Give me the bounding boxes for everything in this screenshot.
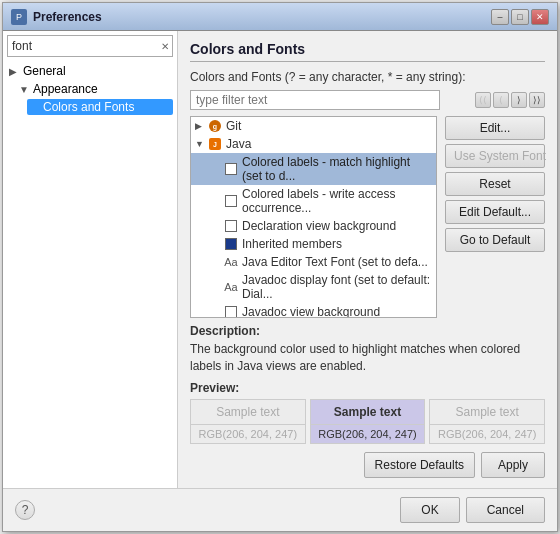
cancel-button[interactable]: Cancel	[466, 497, 545, 523]
search-box[interactable]: ✕	[7, 35, 173, 57]
edit-default-button[interactable]: Edit Default...	[445, 200, 545, 224]
restore-defaults-button[interactable]: Restore Defaults	[364, 452, 475, 478]
checkbox-colored-match	[223, 162, 239, 176]
dialog-body: ✕ ▶ General ▼ Appearance Colors and Font…	[3, 31, 557, 488]
tree-label-java-font: Java Editor Text Font (set to defa...	[242, 255, 428, 269]
search-input[interactable]	[8, 36, 157, 56]
tree-item-declaration-view[interactable]: Declaration view background	[191, 217, 436, 235]
java-icon: J	[207, 137, 223, 151]
tree-label-declaration: Declaration view background	[242, 219, 396, 233]
nav-last-button[interactable]: ⟩⟩	[529, 92, 545, 108]
tree-item-java[interactable]: ▼ J Java	[191, 135, 436, 153]
main-content: Colors and Fonts Colors and Fonts (? = a…	[178, 31, 557, 488]
filter-input[interactable]	[190, 90, 440, 110]
checkbox-inherited-filled	[223, 237, 239, 251]
items-tree[interactable]: ▶ g Git ▼ J Java	[190, 116, 437, 318]
tree-item-java-editor-font[interactable]: Aa Java Editor Text Font (set to defa...	[191, 253, 436, 271]
nav-arrows: ⟨⟨ ⟨ ⟩ ⟩⟩	[475, 92, 545, 108]
tree-label-git: Git	[226, 119, 241, 133]
aa-icon-java-font: Aa	[223, 255, 239, 269]
section-bottom-buttons: Restore Defaults Apply	[190, 452, 545, 478]
tree-item-javadoc-view[interactable]: Javadoc view background	[191, 303, 436, 318]
dialog-title: Preferences	[33, 10, 102, 24]
preview-cell-3: Sample text	[429, 399, 545, 425]
footer-right: OK Cancel	[400, 497, 545, 523]
tree-arrow-appearance: ▼	[19, 84, 33, 95]
help-button[interactable]: ?	[15, 500, 35, 520]
minimize-button[interactable]: –	[491, 9, 509, 25]
rgb-cell-3: RGB(206, 204, 247)	[429, 425, 545, 444]
sidebar-item-appearance[interactable]: ▼ Appearance	[17, 81, 173, 97]
title-bar-left: P Preferences	[11, 9, 102, 25]
sidebar-label-general: General	[23, 64, 171, 78]
tree-item-javadoc-display[interactable]: Aa Javadoc display font (set to default:…	[191, 271, 436, 303]
app-icon: P	[11, 9, 27, 25]
sidebar-label-appearance: Appearance	[33, 82, 171, 96]
preview-section: Preview: Sample text Sample text Sample …	[190, 381, 545, 444]
footer-bar: ? OK Cancel	[3, 488, 557, 531]
sidebar-item-general[interactable]: ▶ General	[7, 63, 173, 79]
close-button[interactable]: ✕	[531, 9, 549, 25]
sidebar: ✕ ▶ General ▼ Appearance Colors and Font…	[3, 31, 178, 488]
tree-item-colored-match[interactable]: Colored labels - match highlight (set to…	[191, 153, 436, 185]
edit-button[interactable]: Edit...	[445, 116, 545, 140]
title-bar: P Preferences – □ ✕	[3, 3, 557, 31]
arrow-java: ▼	[195, 139, 207, 149]
checkbox-declaration	[223, 219, 239, 233]
checkbox-javadoc-view	[223, 305, 239, 318]
tree-label-javadoc-view: Javadoc view background	[242, 305, 380, 318]
tree-arrow-general: ▶	[9, 66, 23, 77]
aa-icon-javadoc-display: Aa	[223, 280, 239, 294]
go-to-default-button[interactable]: Go to Default	[445, 228, 545, 252]
preview-cell-2: Sample text	[310, 399, 426, 425]
tree-label-colored-match: Colored labels - match highlight (set to…	[242, 155, 432, 183]
nav-first-button[interactable]: ⟨⟨	[475, 92, 491, 108]
search-clear-icon[interactable]: ✕	[157, 38, 172, 54]
description-label: Description:	[190, 324, 545, 338]
tree-label-javadoc-display: Javadoc display font (set to default: Di…	[242, 273, 432, 301]
tree-label-java: Java	[226, 137, 251, 151]
use-system-font-button[interactable]: Use System Font	[445, 144, 545, 168]
sidebar-item-colors-fonts[interactable]: Colors and Fonts	[27, 99, 173, 115]
preview-label: Preview:	[190, 381, 545, 395]
tree-label-inherited: Inherited members	[242, 237, 342, 251]
preview-samples-row: Sample text Sample text Sample text	[190, 399, 545, 425]
filter-row: Colors and Fonts (? = any character, * =…	[190, 70, 545, 84]
git-icon: g	[207, 119, 223, 133]
apply-button[interactable]: Apply	[481, 452, 545, 478]
window-controls: – □ ✕	[491, 9, 549, 25]
tree-label-colored-write: Colored labels - write access occurrence…	[242, 187, 432, 215]
footer-left: ?	[15, 500, 35, 520]
nav-prev-button[interactable]: ⟨	[493, 92, 509, 108]
preview-rgb-row: RGB(206, 204, 247) RGB(206, 204, 247) RG…	[190, 425, 545, 444]
content-area: ▶ g Git ▼ J Java	[190, 116, 545, 318]
arrow-git: ▶	[195, 121, 207, 131]
description-section: Description: The background color used t…	[190, 324, 545, 375]
rgb-cell-2: RGB(206, 204, 247)	[310, 425, 426, 444]
sidebar-label-colors-fonts: Colors and Fonts	[43, 100, 171, 114]
maximize-button[interactable]: □	[511, 9, 529, 25]
tree-item-colored-write[interactable]: Colored labels - write access occurrence…	[191, 185, 436, 217]
ok-button[interactable]: OK	[400, 497, 459, 523]
tree-item-git[interactable]: ▶ g Git	[191, 117, 436, 135]
preview-cell-1: Sample text	[190, 399, 306, 425]
filter-label: Colors and Fonts (? = any character, * =…	[190, 70, 465, 84]
checkbox-colored-write	[223, 194, 239, 208]
action-buttons: Edit... Use System Font Reset Edit Defau…	[445, 116, 545, 318]
rgb-cell-1: RGB(206, 204, 247)	[190, 425, 306, 444]
description-text: The background color used to highlight m…	[190, 341, 545, 375]
preferences-dialog: P Preferences – □ ✕ ✕ ▶ General ▼ Appear…	[2, 2, 558, 532]
tree-item-inherited[interactable]: Inherited members	[191, 235, 436, 253]
reset-button[interactable]: Reset	[445, 172, 545, 196]
nav-next-button[interactable]: ⟩	[511, 92, 527, 108]
page-title: Colors and Fonts	[190, 41, 545, 62]
